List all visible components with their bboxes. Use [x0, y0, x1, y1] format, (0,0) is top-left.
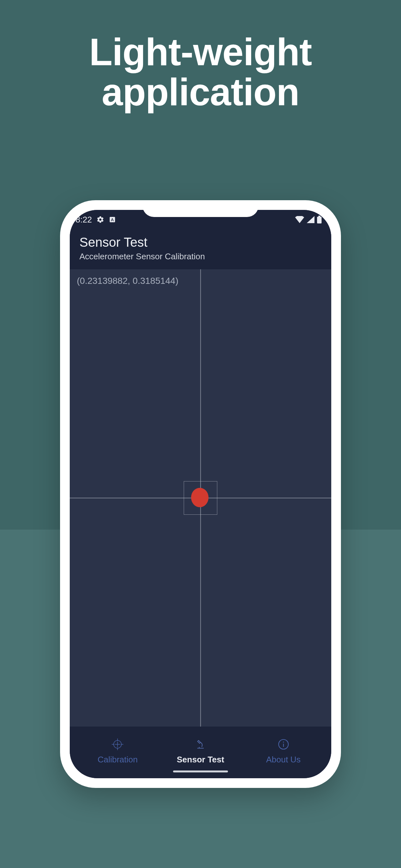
- signal-icon: [307, 216, 314, 223]
- app-subtitle: Accelerometer Sensor Calibration: [80, 252, 321, 261]
- phone-screen: 8:22 A Sensor Test: [70, 210, 331, 778]
- promo-headline-line2: application: [0, 72, 401, 113]
- sensor-dot: [191, 488, 209, 507]
- nav-label: About Us: [266, 755, 301, 765]
- status-right: [295, 216, 321, 223]
- nav-tab-calibration[interactable]: Calibration: [87, 737, 148, 765]
- svg-rect-3: [317, 217, 321, 223]
- phone-frame: 8:22 A Sensor Test: [60, 200, 341, 788]
- nav-tab-about[interactable]: About Us: [253, 737, 314, 765]
- nav-label: Calibration: [97, 755, 137, 765]
- svg-point-14: [283, 741, 284, 742]
- nav-tab-sensor-test[interactable]: Sensor Test: [170, 737, 231, 765]
- info-icon: [276, 737, 290, 751]
- nav-label: Sensor Test: [177, 755, 224, 765]
- sensor-coordinates: (0.23139882, 0.3185144): [77, 276, 179, 286]
- app-bar: Sensor Test Accelerometer Sensor Calibra…: [70, 229, 331, 269]
- svg-rect-2: [318, 216, 320, 217]
- language-icon: A: [109, 216, 116, 223]
- phone-notch: [143, 200, 258, 217]
- battery-icon: [317, 216, 321, 223]
- promo-headline-line1: Light-weight: [0, 32, 401, 72]
- promo-headline: Light-weight application: [0, 32, 401, 113]
- status-time: 8:22: [75, 215, 92, 225]
- app-title: Sensor Test: [80, 235, 321, 250]
- wifi-icon: [295, 216, 304, 223]
- status-left: 8:22 A: [75, 215, 116, 225]
- gear-icon: [96, 216, 104, 223]
- svg-text:A: A: [111, 217, 114, 222]
- microscope-icon: [193, 737, 208, 751]
- home-indicator[interactable]: [173, 771, 228, 772]
- sensor-canvas[interactable]: (0.23139882, 0.3185144): [70, 269, 331, 726]
- crosshair-icon: [111, 737, 125, 751]
